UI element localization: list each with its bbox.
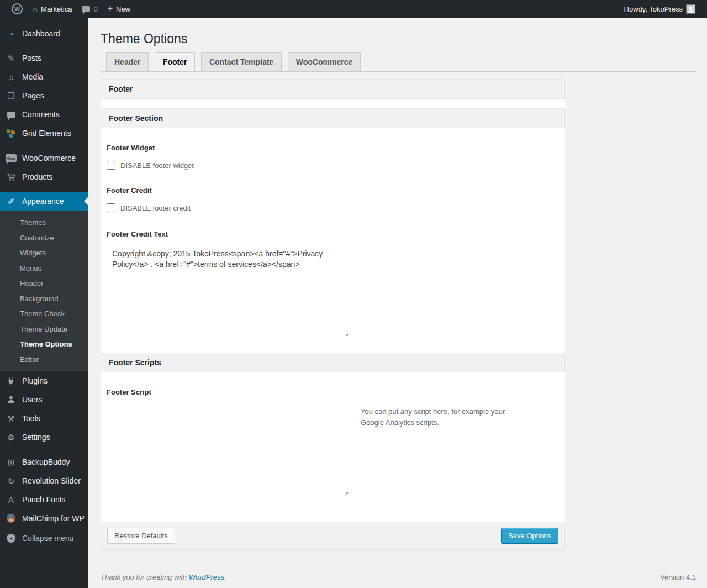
footer-widget-label: Footer Widget	[107, 128, 559, 152]
comment-bubble-icon	[82, 6, 90, 12]
sidebar-item-woocommerce[interactable]: Woo WooCommerce	[0, 149, 88, 167]
sidebar-item-dashboard[interactable]: ◔ Dashboard	[0, 24, 88, 43]
footer-script-hint: You can put any script here, for example…	[361, 406, 529, 428]
sidebar-item-label: Dashboard	[22, 29, 60, 38]
version-text: Version 4.1	[660, 573, 696, 581]
cart-icon	[5, 172, 17, 181]
sidebar-item-label: WooCommerce	[22, 154, 76, 162]
admin-sidebar: ◔ Dashboard ✎ Posts ♫ Media ❐ Pages Comm…	[0, 18, 88, 588]
woocommerce-icon: Woo	[5, 154, 17, 162]
thanks-suffix: .	[224, 573, 226, 581]
sidebar-item-label: Pages	[22, 91, 44, 100]
footer-section-header: Footer Section	[101, 108, 565, 128]
sidebar-item-grid-elements[interactable]: Grid Elements	[0, 124, 88, 143]
site-home-link[interactable]: ⌂ Marketica	[28, 0, 77, 18]
collapse-menu-button[interactable]: ◂ Collapse menu	[0, 529, 88, 548]
footer-thanks: Thank you for creating with WordPress.	[101, 573, 226, 581]
wordpress-logo-icon: W	[12, 3, 23, 14]
tab-footer[interactable]: Footer	[155, 53, 196, 71]
sidebar-item-posts[interactable]: ✎ Posts	[0, 49, 88, 67]
backup-box-icon: ⊞	[5, 458, 17, 466]
panel-footer-bar: Restore Defaults Save Options	[101, 522, 565, 550]
home-icon: ⌂	[33, 4, 38, 14]
sidebar-subitem-theme-check[interactable]: Theme Check	[0, 306, 88, 322]
disable-footer-widget-checkbox[interactable]	[107, 161, 115, 170]
sidebar-item-revolution-slider[interactable]: ↻ Revolution Slider	[0, 471, 88, 490]
sidebar-item-mailchimp[interactable]: MailChimp for WP	[0, 509, 88, 528]
sidebar-item-tools[interactable]: ⚒ Tools	[0, 409, 88, 428]
admin-bar: W ⌂ Marketica 0 + New Howdy, TokoPress	[0, 0, 707, 18]
sidebar-item-label: Comments	[22, 110, 60, 119]
sidebar-item-products[interactable]: Products	[0, 167, 88, 186]
new-label: New	[116, 5, 130, 13]
sidebar-subitem-themes[interactable]: Themes	[0, 215, 88, 230]
paintbrush-icon: ✐	[5, 197, 17, 206]
sidebar-item-label: Users	[22, 395, 43, 404]
restore-defaults-button[interactable]: Restore Defaults	[107, 528, 175, 544]
footer-credit-label: Footer Credit	[107, 170, 559, 195]
mailchimp-monkey-icon	[5, 514, 17, 523]
sidebar-item-label: BackupBuddy	[22, 458, 70, 466]
howdy-text: Howdy, TokoPress	[624, 5, 683, 13]
main-content: Theme Options Header Footer Contact Temp…	[88, 18, 707, 588]
sidebar-subitem-customize[interactable]: Customize	[0, 230, 88, 246]
disable-footer-credit-checkbox[interactable]	[107, 203, 115, 212]
new-content-button[interactable]: + New	[103, 0, 135, 18]
sidebar-item-users[interactable]: Users	[0, 390, 88, 409]
tab-bar: Header Footer Contact Template WooCommer…	[101, 53, 696, 72]
tools-icon: ⚒	[5, 414, 17, 423]
sidebar-item-settings[interactable]: ⚙ Settings	[0, 428, 88, 447]
tab-contact-template[interactable]: Contact Template	[201, 53, 282, 71]
sidebar-item-label: Revolution Slider	[22, 476, 81, 485]
sidebar-item-label: Posts	[22, 54, 41, 62]
plus-icon: +	[108, 4, 113, 13]
sidebar-item-comments[interactable]: Comments	[0, 105, 88, 124]
footer-section-body: Footer Widget DISABLE footer widget Foot…	[101, 128, 565, 339]
disable-footer-credit-text: DISABLE footer credit	[120, 204, 191, 212]
sidebar-subitem-header[interactable]: Header	[0, 276, 88, 291]
pages-icon: ❐	[5, 92, 17, 100]
save-options-button[interactable]: Save Options	[501, 528, 558, 544]
collapse-menu-label: Collapse menu	[22, 534, 73, 543]
thanks-prefix: Thank you for creating with	[101, 573, 189, 581]
sidebar-subitem-widgets[interactable]: Widgets	[0, 245, 88, 261]
sidebar-item-label: Settings	[22, 433, 50, 442]
wp-logo-menu[interactable]: W	[7, 0, 28, 18]
rotate-arrows-icon: ↻	[5, 477, 17, 485]
sidebar-item-appearance[interactable]: ✐ Appearance	[0, 192, 88, 211]
sidebar-item-pages[interactable]: ❐ Pages	[0, 86, 88, 105]
sidebar-item-plugins[interactable]: Plugins	[0, 371, 88, 390]
sidebar-item-label: Plugins	[22, 376, 48, 385]
footer-script-textarea[interactable]	[107, 403, 351, 495]
tab-woocommerce[interactable]: WooCommerce	[288, 53, 361, 71]
dashboard-icon: ◔	[5, 30, 17, 38]
user-avatar	[686, 4, 695, 14]
sidebar-subitem-theme-options[interactable]: Theme Options	[0, 337, 88, 352]
site-name: Marketica	[41, 5, 72, 13]
footer-credit-text-label: Footer Credit Text	[107, 212, 559, 238]
comments-shortcut[interactable]: 0	[77, 0, 102, 18]
disable-footer-credit-row: DISABLE footer credit	[107, 203, 559, 212]
wordpress-link[interactable]: WordPress	[189, 573, 224, 581]
sidebar-item-media[interactable]: ♫ Media	[0, 67, 88, 86]
disable-footer-widget-text: DISABLE footer widget	[120, 161, 194, 170]
sidebar-item-label: Products	[22, 172, 52, 181]
account-menu[interactable]: Howdy, TokoPress	[619, 0, 700, 18]
sidebar-item-label: Appearance	[22, 197, 64, 206]
sidebar-item-label: Media	[22, 72, 43, 81]
footer-script-label: Footer Script	[107, 372, 559, 396]
panel-title-bar: Footer	[101, 79, 565, 99]
sidebar-subitem-background[interactable]: Background	[0, 291, 88, 307]
tab-header[interactable]: Header	[106, 53, 149, 71]
comment-count: 0	[93, 5, 97, 13]
sidebar-item-punch-fonts[interactable]: A Punch Fonts	[0, 490, 88, 509]
sidebar-subitem-theme-update[interactable]: Theme Update	[0, 322, 88, 337]
sidebar-subitem-editor[interactable]: Editor	[0, 352, 88, 368]
page-title: Theme Options	[101, 30, 696, 47]
sidebar-item-backupbuddy[interactable]: ⊞ BackupBuddy	[0, 453, 88, 471]
panel-gap	[101, 99, 565, 108]
footer-credit-text-textarea[interactable]: Copyright &copy; 2015 TokoPress<span><a …	[107, 245, 351, 337]
plugin-icon	[5, 376, 17, 385]
sidebar-subitem-menus[interactable]: Menus	[0, 261, 88, 276]
grid-elements-icon	[5, 129, 17, 138]
